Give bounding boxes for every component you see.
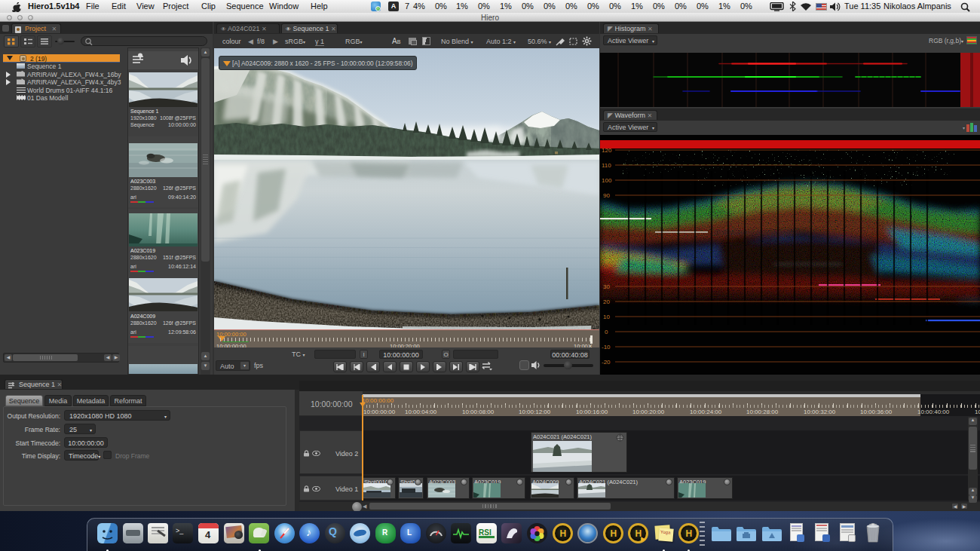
svg-text:100: 100 <box>602 177 612 184</box>
svg-text:110: 110 <box>602 162 611 169</box>
svg-text:20: 20 <box>603 298 610 305</box>
svg-text:-10: -10 <box>602 344 611 350</box>
svg-text:30: 30 <box>603 283 610 290</box>
svg-text:90: 90 <box>603 192 610 199</box>
svg-text:0: 0 <box>605 329 608 335</box>
svg-text:120: 120 <box>602 147 612 154</box>
svg-text:-20: -20 <box>602 359 611 366</box>
svg-text:10: 10 <box>603 314 610 320</box>
